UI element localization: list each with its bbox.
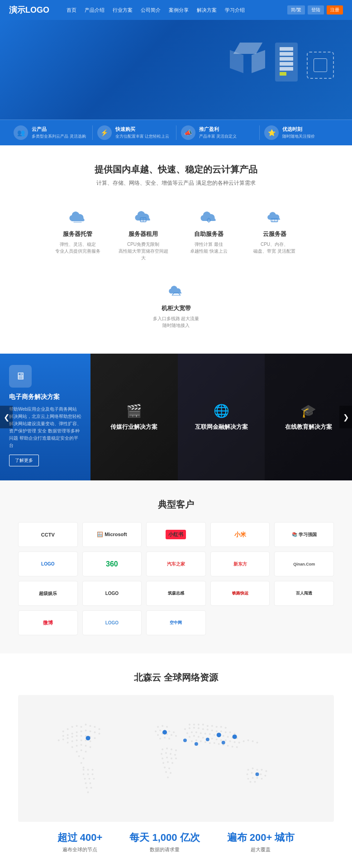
login-button[interactable]: 登陆	[308, 5, 324, 14]
svg-point-67	[85, 782, 87, 784]
product-rental-icon	[132, 207, 155, 225]
svg-point-114	[216, 726, 218, 728]
nav-item-home[interactable]: 首页	[63, 0, 80, 20]
svg-point-142	[193, 735, 195, 737]
nav-item-resolve[interactable]: 解决方案	[193, 0, 220, 20]
product-cloud-server[interactable]: 云服务器 CPU、内存、磁盘、带宽 灵活配置	[245, 201, 304, 268]
nav-item-solutions[interactable]: 行业方案	[109, 0, 136, 20]
svg-point-58	[83, 769, 85, 771]
svg-point-174	[251, 772, 253, 774]
world-map-container	[18, 695, 334, 822]
world-title: 北森云 全球网络资源	[18, 671, 334, 684]
svg-point-90	[171, 748, 172, 750]
svg-point-62	[87, 773, 89, 775]
svg-point-80	[157, 734, 159, 736]
client-360: 360	[82, 551, 142, 576]
feature-fast-sub: 全方位配置丰富 让您轻松上云	[115, 134, 170, 139]
logo: 演示LOGO	[9, 5, 49, 15]
client-logo12: LOGO	[82, 581, 142, 606]
svg-point-119	[193, 727, 195, 729]
lang-button[interactable]: 简/繁	[287, 5, 305, 14]
svg-point-60	[92, 769, 94, 771]
products-grid: 服务器托管 弹性、灵活、稳定专业人员提供完善服务 服务器租用 CPU免费无限制高…	[18, 201, 334, 336]
bairen-logo: 百人闯透	[296, 590, 312, 596]
client-logo17: LOGO	[82, 610, 142, 635]
svg-point-167	[256, 742, 258, 743]
svg-point-171	[261, 769, 262, 771]
svg-point-118	[189, 727, 190, 729]
svg-point-183	[254, 781, 256, 783]
carousel-next-button[interactable]: ❯	[339, 406, 352, 428]
svg-point-56	[81, 762, 82, 764]
nav-item-products[interactable]: 产品介绍	[81, 0, 108, 20]
svg-point-14	[67, 728, 69, 730]
solution-media[interactable]: 🎬 传媒行业解决方案	[90, 354, 178, 480]
svg-point-135	[214, 734, 215, 736]
solution-fintech[interactable]: 🌐 互联网金融解决方案	[178, 354, 265, 480]
railway-logo: 铁路快运	[232, 590, 248, 596]
svg-point-164	[243, 740, 245, 742]
client-xiaomi: 小米	[210, 522, 270, 547]
xindongfang-logo: 新东方	[233, 561, 247, 567]
svg-point-15	[71, 726, 73, 728]
svg-point-129	[186, 732, 188, 734]
svg-point-121	[202, 728, 204, 730]
svg-point-166	[252, 740, 254, 742]
svg-point-153	[195, 739, 197, 741]
header: 演示LOGO 首页 产品介绍 行业方案 公司简介 案例分享 解决方案 学习介绍 …	[0, 0, 352, 20]
svg-point-160	[227, 745, 229, 747]
svg-point-154	[200, 740, 202, 742]
product-rental[interactable]: 服务器租用 CPU免费无限制高性能大带宽储存空间超大	[114, 201, 173, 268]
svg-point-26	[81, 730, 82, 732]
hero-graphics	[230, 29, 334, 82]
nav-item-cases[interactable]: 案例分享	[165, 0, 192, 20]
svg-point-57	[83, 767, 85, 768]
xiaohongshu-logo: 小红书	[166, 530, 186, 539]
svg-point-52	[81, 749, 82, 751]
360-logo: 360	[106, 560, 118, 568]
carousel-prev-button[interactable]: ❮	[0, 406, 13, 428]
register-button[interactable]: 注册	[327, 5, 343, 14]
svg-point-116	[225, 727, 227, 729]
client-weibo: 微博	[18, 610, 78, 635]
products-title: 提供国内卓越、快速、稳定的云计算产品	[18, 163, 334, 176]
svg-point-168	[247, 769, 249, 771]
nav-item-about[interactable]: 公司简介	[137, 0, 164, 20]
svg-point-98	[171, 758, 172, 759]
microsoft-logo: 🪟 Microsoft	[97, 532, 127, 537]
svg-point-20	[94, 726, 96, 728]
solution-featured-title: 电子商务解决方案	[9, 393, 81, 401]
svg-point-127	[229, 731, 231, 733]
product-cabinet[interactable]: 机柜大宽带 多入口多线路 超大流量随时随地接入	[147, 275, 205, 336]
svg-point-29	[94, 731, 96, 733]
svg-point-46	[71, 746, 73, 748]
logo6-text: LOGO	[41, 561, 54, 566]
solution-media-icon: 🎬	[126, 403, 142, 418]
solution-learn-more-button[interactable]: 了解更多	[9, 455, 39, 466]
svg-point-120	[198, 727, 200, 729]
svg-point-155	[205, 741, 206, 743]
svg-point-184	[86, 736, 90, 740]
svg-point-146	[211, 738, 213, 739]
svg-point-89	[166, 748, 168, 749]
nav-item-learn[interactable]: 学习介绍	[221, 0, 248, 20]
svg-point-19	[90, 725, 91, 727]
svg-point-151	[234, 741, 236, 743]
product-cloud-name: 云服务器	[250, 230, 300, 238]
solution-edu-title: 在线教育解决方案	[285, 423, 332, 431]
product-self-service[interactable]: 自助服务器 弹性计算 最佳卓越性能 快速上云	[180, 201, 238, 268]
svg-point-54	[78, 755, 80, 757]
svg-point-112	[207, 725, 209, 727]
svg-point-22	[62, 735, 64, 737]
qichezhijia-logo: 汽车之家	[167, 561, 185, 567]
world-map-section: 北森云 全球网络资源	[0, 653, 352, 868]
product-self-icon	[198, 207, 220, 225]
svg-point-186	[217, 733, 221, 737]
stat-cities: 遍布 200+ 城市 超大覆盖	[227, 831, 295, 853]
feature-promote-sub: 产品丰富 灵活自定义	[199, 134, 237, 139]
product-hosting[interactable]: 服务器托管 弹性、灵活、稳定专业人员提供完善服务	[48, 201, 107, 268]
svg-point-30	[98, 733, 100, 734]
solution-media-title: 传媒行业解决方案	[110, 423, 157, 431]
svg-point-63	[92, 773, 94, 775]
product-hosting-icon	[67, 207, 89, 225]
